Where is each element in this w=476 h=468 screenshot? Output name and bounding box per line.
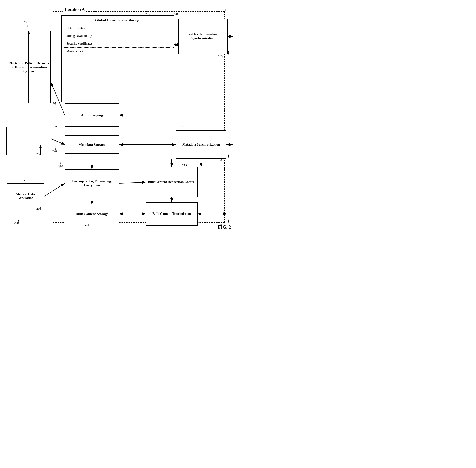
gis-row-data-path: Data path states: [62, 24, 174, 32]
global-info-sync-box: Global Information Synchronization: [178, 19, 228, 54]
location-a-label: Location A: [63, 7, 86, 12]
bulk-content-trans-box: Bulk Content Transmission: [146, 202, 197, 226]
gis-row-storage: Storage availability: [62, 32, 174, 40]
gis-row-security: Security certificates: [62, 40, 174, 47]
gis-title: Global Information Storage: [62, 16, 174, 24]
bulk-content-storage-box: Bulk Content Storage: [65, 205, 119, 223]
ref-240: 240: [174, 12, 179, 16]
bulk-content-rep-box: Bulk Content Replication Control: [146, 167, 197, 197]
metadata-sync-box: Metadata Synchronization: [176, 131, 226, 159]
ref-215: 215: [85, 223, 89, 227]
ref-100: 100: [218, 7, 222, 10]
diagram-container: Location A 100 Global Information Storag…: [0, 0, 238, 234]
ref-220: 220: [52, 149, 57, 153]
audit-logging-box: Audit Logging: [65, 103, 119, 127]
ref-280: 280: [165, 223, 169, 227]
fig-label: FIG. 2: [218, 224, 231, 230]
ref-230: 230: [219, 158, 224, 162]
global-info-storage-box: Global Information Storage Data path sta…: [61, 15, 174, 102]
ref-260: 260: [52, 125, 57, 128]
ref-235: 235: [145, 12, 150, 16]
ref-250: 250: [24, 20, 28, 24]
medical-data-gen-box: Medical Data Generation: [7, 183, 44, 209]
gis-row-master-clock: Master clock: [62, 47, 174, 55]
ref-200: 200: [14, 221, 19, 225]
decomp-box: Decomposition, Formatting, Encryption: [65, 169, 119, 197]
ref-265: 265: [52, 101, 57, 105]
ref-245: 245: [218, 55, 223, 58]
metadata-storage-box: Metadata Storage: [65, 135, 119, 154]
ref-210: 210: [58, 164, 63, 168]
epr-box: Electronic Patient Records or Hospital I…: [7, 30, 51, 103]
ref-205: 205: [36, 207, 41, 211]
ref-225: 225: [180, 125, 185, 128]
ref-270: 270: [24, 179, 28, 182]
ref-275: 275: [182, 163, 187, 167]
ref-255: 255: [36, 152, 41, 156]
